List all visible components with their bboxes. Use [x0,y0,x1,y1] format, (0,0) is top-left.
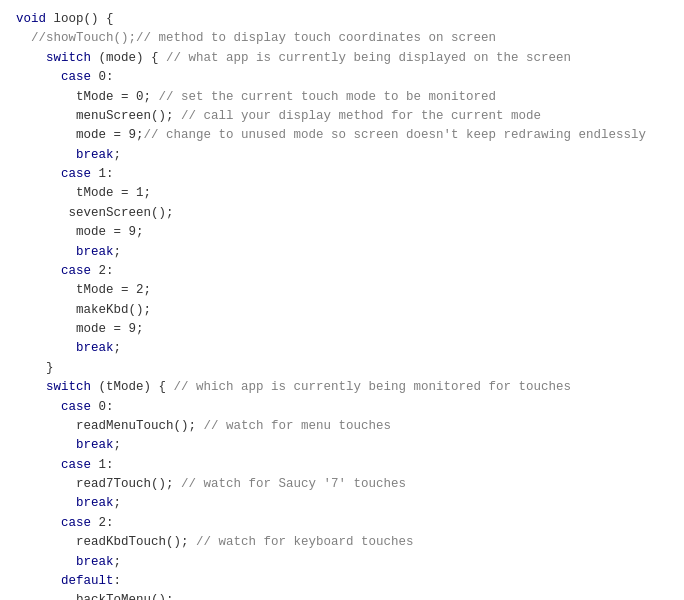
code-line: tMode = 2; [0,281,684,300]
code-line: break; [0,146,684,165]
code-line: backToMenu(); [0,591,684,600]
code-line: void loop() { [0,10,684,29]
code-line: break; [0,553,684,572]
code-line: case 1: [0,165,684,184]
code-line: break; [0,243,684,262]
code-line: case 2: [0,262,684,281]
code-editor: void loop() { //showTouch();// method to… [0,0,684,600]
code-line: menuScreen(); // call your display metho… [0,107,684,126]
code-line: //showTouch();// method to display touch… [0,29,684,48]
code-line: switch (tMode) { // which app is current… [0,378,684,397]
code-line: default: [0,572,684,591]
code-line: mode = 9;// change to unused mode so scr… [0,126,684,145]
code-line: break; [0,436,684,455]
code-line: makeKbd(); [0,301,684,320]
code-line: tMode = 0; // set the current touch mode… [0,88,684,107]
code-line: case 0: [0,398,684,417]
code-line: readMenuTouch(); // watch for menu touch… [0,417,684,436]
code-line: mode = 9; [0,223,684,242]
code-line: sevenScreen(); [0,204,684,223]
code-line: mode = 9; [0,320,684,339]
code-line: case 0: [0,68,684,87]
code-line: break; [0,494,684,513]
code-line: tMode = 1; [0,184,684,203]
code-line: break; [0,339,684,358]
code-line: case 2: [0,514,684,533]
code-line: } [0,359,684,378]
code-line: read7Touch(); // watch for Saucy '7' tou… [0,475,684,494]
code-line: case 1: [0,456,684,475]
code-line: readKbdTouch(); // watch for keyboard to… [0,533,684,552]
code-line: switch (mode) { // what app is currently… [0,49,684,68]
